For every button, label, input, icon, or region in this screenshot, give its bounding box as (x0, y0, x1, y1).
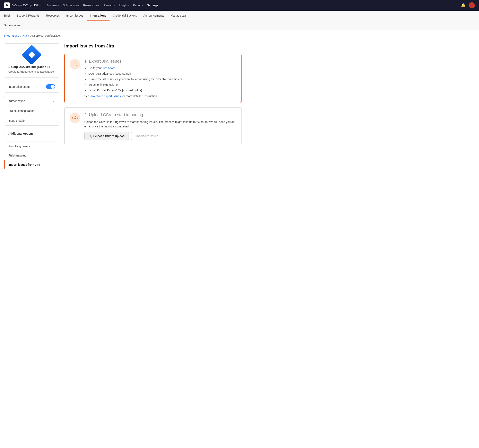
subnav-scope-rewards[interactable]: Scope & Rewards (13, 11, 43, 21)
top-navigation: b E-Corp / E-Corp USA ▾ Summary Submissi… (0, 0, 479, 11)
subnav-credential-buckets[interactable]: Credential Buckets (110, 11, 140, 21)
step2-icon (70, 112, 80, 123)
step2-title-text: Upload CSV to start importing (89, 112, 143, 117)
sidebar-menu-card: Authorization ✓ Project configuration ✓ … (4, 96, 59, 126)
issue-creation-check-icon: ✓ (52, 119, 55, 123)
sidebar-menu-resolving-issues[interactable]: Resolving issues (4, 142, 59, 151)
main-content: Import issues from Jira 1. Export Jira I… (64, 43, 241, 173)
subnav-integrations[interactable]: Integrations (86, 11, 110, 21)
upload-icon (72, 62, 78, 67)
step1-bullet-1: Go to your Jira board (88, 66, 236, 70)
step2-description: Upload the CSV file to Bugcrowd to start… (84, 120, 236, 129)
jira-cloud-export-link[interactable]: Jira Cloud export issues (90, 95, 121, 98)
select-csv-label: Select a CSV to upload (93, 134, 125, 138)
step1-bullet-2: Open Jira advanced issue search (88, 71, 236, 76)
nav-summary[interactable]: Summary (47, 3, 59, 8)
subnav-manage-team[interactable]: Manage team (167, 11, 192, 21)
breadcrumb: Integrations / Jira / Jira project confi… (0, 30, 479, 39)
sub-nav-row2: Submissions (4, 21, 475, 30)
authorization-check-icon: ✓ (52, 99, 55, 103)
integration-title: E-Corp USA Jira Integration 15 (8, 65, 55, 69)
subnav-import-issues[interactable]: Import issues (63, 11, 86, 21)
sidebar-menu-project-config[interactable]: Project configuration ✓ (4, 106, 59, 116)
top-nav-right: 🔔 (461, 2, 475, 8)
integration-status-label: Integration status (8, 85, 30, 88)
toggle-knob (51, 85, 55, 89)
sidebar-additional-menu: Resolving issues Field mapping Import is… (4, 142, 59, 169)
page-title: Import issues from Jira (64, 43, 241, 49)
breadcrumb-sep-2: / (28, 34, 29, 37)
cloud-upload-icon (72, 115, 78, 121)
step2-number: 2. (84, 112, 88, 117)
step1-title-text: Export Jira Issues (89, 59, 121, 63)
nav-reports[interactable]: Reports (133, 3, 143, 8)
integration-status-card: Integration status (4, 81, 59, 93)
step1-note: See Jira Cloud export issues for more de… (84, 95, 236, 98)
brand-logo-icon: b (4, 2, 10, 8)
integration-card: E-Corp USA Jira Integration 15 Create a … (4, 43, 59, 78)
sidebar-menu-field-mapping-label: Field mapping (8, 154, 27, 157)
step2-content: 2. Upload CSV to start importing Upload … (84, 112, 236, 140)
jira-board-link[interactable]: Jira board (103, 66, 115, 70)
brand-caret-icon: ▾ (40, 4, 41, 7)
sidebar-menu-import-issues[interactable]: Import issues from Jira (4, 160, 59, 169)
sidebar-menu-authorization-label: Authorization (8, 99, 25, 103)
nav-rewards[interactable]: Rewards (104, 3, 115, 8)
subnav-resources[interactable]: Resources (43, 11, 63, 21)
additional-options-header: Additional options (4, 129, 59, 138)
step1-icon (70, 59, 80, 70)
select-csv-button[interactable]: 📎 Select a CSV to upload (84, 132, 129, 140)
sidebar-menu-authorization[interactable]: Authorization ✓ (4, 96, 59, 106)
jira-logo (25, 48, 39, 62)
step1-bullet-4: Select only Key column (88, 83, 236, 87)
sidebar-menu-resolving-issues-label: Resolving issues (8, 145, 30, 148)
step1-title: 1. Export Jira Issues (84, 59, 236, 64)
import-jira-issues-button[interactable]: Import Jira issues (131, 132, 162, 140)
step2-title: 2. Upload CSV to start importing (84, 112, 236, 117)
nav-settings[interactable]: Settings (147, 3, 158, 8)
step1-bullet-5: Select Export Excel CSV (current fields) (88, 88, 236, 92)
brand-name: E-Corp / E-Corp USA (12, 4, 39, 7)
step1-list: Go to your Jira board Open Jira advanced… (84, 66, 236, 92)
breadcrumb-jira[interactable]: Jira (22, 34, 27, 37)
breadcrumb-sep-1: / (20, 34, 21, 37)
main-layout: E-Corp USA Jira Integration 15 Create a … (0, 39, 246, 177)
paperclip-icon: 📎 (89, 134, 92, 138)
sidebar-menu-issue-creation[interactable]: Issue creation ✓ (4, 116, 59, 125)
nav-insights[interactable]: Insights (119, 3, 129, 8)
step1-number: 1. (84, 59, 88, 63)
nav-submissions[interactable]: Submissions (63, 3, 79, 8)
jira-diamond-icon (22, 45, 42, 65)
subnav-submissions[interactable]: Submissions (4, 23, 20, 28)
top-nav-links: Summary Submissions Researchers Rewards … (47, 3, 456, 8)
step1-content: 1. Export Jira Issues Go to your Jira bo… (84, 59, 236, 98)
step2-buttons: 📎 Select a CSV to upload Import Jira iss… (84, 132, 236, 140)
notification-bell-icon[interactable]: 🔔 (461, 3, 466, 7)
integration-status-toggle[interactable] (46, 84, 55, 89)
nav-researchers[interactable]: Researchers (83, 3, 99, 8)
sub-navigation: Brief Scope & Rewards Resources Import i… (0, 11, 479, 30)
integration-description: Create a Jira ticket on bug acceptance. (8, 70, 55, 73)
user-avatar[interactable] (469, 2, 475, 8)
sidebar: E-Corp USA Jira Integration 15 Create a … (4, 43, 59, 173)
sidebar-additional-card: Additional options (4, 129, 59, 138)
sidebar-menu-import-issues-label: Import issues from Jira (8, 163, 40, 166)
brand-logo-area[interactable]: b E-Corp / E-Corp USA ▾ (4, 2, 41, 8)
jira-inner-diamond (28, 51, 35, 58)
sidebar-menu-project-config-label: Project configuration (8, 109, 35, 112)
subnav-announcements[interactable]: Announcements (140, 11, 167, 21)
subnav-brief[interactable]: Brief (4, 11, 13, 21)
breadcrumb-integrations[interactable]: Integrations (4, 34, 19, 37)
step2-card: 2. Upload CSV to start importing Upload … (64, 107, 241, 145)
sidebar-menu-issue-creation-label: Issue creation (8, 119, 26, 122)
sub-nav-row1: Brief Scope & Rewards Resources Import i… (4, 11, 475, 21)
project-config-check-icon: ✓ (52, 109, 55, 113)
step1-bullet-3: Curate the list of issues you want to im… (88, 77, 236, 81)
breadcrumb-current: Jira project configuration (30, 34, 62, 37)
sidebar-menu-field-mapping[interactable]: Field mapping (4, 151, 59, 160)
step1-card: 1. Export Jira Issues Go to your Jira bo… (64, 54, 241, 103)
